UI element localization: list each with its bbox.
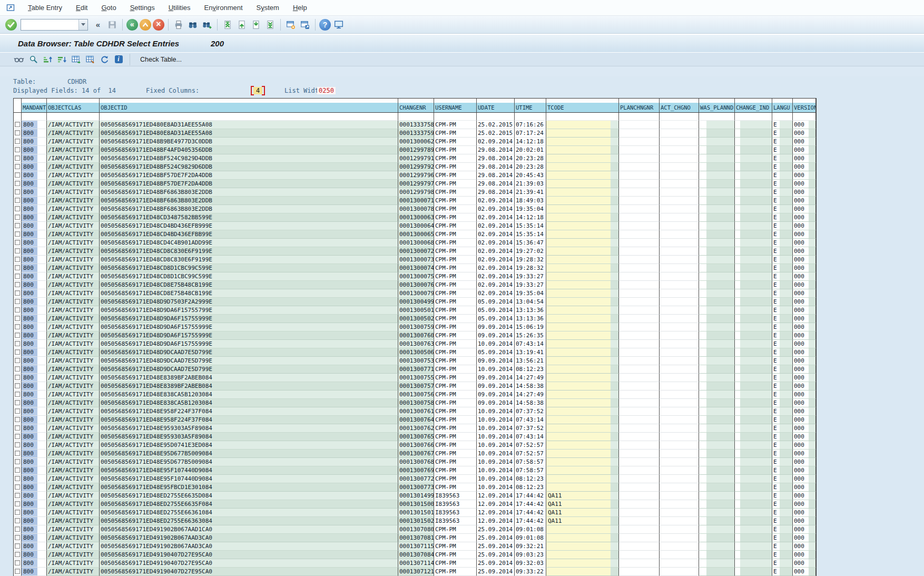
cell-udate[interactable]: 12.09.2014 [477,492,515,500]
cell-was_plannd[interactable] [699,390,735,399]
cell-tcode[interactable] [546,340,619,348]
cell-tcode[interactable] [546,121,619,129]
cell-version[interactable]: 000 [793,357,816,365]
cell-username[interactable]: CPM-PM [434,188,477,197]
cell-change_ind[interactable] [735,340,772,348]
row-checkbox[interactable] [15,349,20,355]
cell-changenr[interactable]: 0001300766 [398,441,434,450]
cell-act_chgno[interactable] [660,542,699,551]
cell-change_ind[interactable] [735,281,772,289]
cell-version[interactable]: 000 [793,475,816,483]
cell-changenr[interactable]: 0001299798 [398,188,434,197]
customize-layout-icon[interactable] [332,18,345,31]
cell-mandant[interactable]: 800 [22,129,47,138]
cell-tcode[interactable] [546,180,619,188]
cell-changenr[interactable]: 0001300762 [398,424,434,433]
row-checkbox[interactable] [15,392,20,397]
cell-username[interactable]: I839563 [434,509,477,517]
cell-version[interactable]: 000 [793,138,816,146]
cell-was_plannd[interactable] [699,416,735,424]
cell-changenr[interactable]: 0001300765 [398,433,434,441]
cell-udate[interactable]: 25.09.2014 [477,542,515,551]
cell-langu[interactable]: E [772,542,793,551]
cell-changenr[interactable]: 0001301499 [398,492,434,500]
column-header-objectid[interactable]: OBJECTID [100,103,398,113]
cell-tcode[interactable] [546,247,619,256]
cell-act_chgno[interactable] [660,348,699,357]
cell-planchngnr[interactable] [619,450,660,458]
row-checkbox[interactable] [15,434,20,439]
cell-utime[interactable]: 19:35:04 [515,205,546,213]
column-header-version[interactable]: VERSION [793,103,816,113]
cell-planchngnr[interactable] [619,239,660,247]
find-icon[interactable] [186,18,199,31]
cell-mandant[interactable]: 800 [22,230,47,239]
cell-username[interactable]: CPM-PM [434,289,477,298]
cell-langu[interactable]: E [772,121,793,129]
cell-udate[interactable]: 25.02.2015 [477,129,515,138]
cell-udate[interactable]: 25.09.2014 [477,525,515,534]
cell-change_ind[interactable] [735,315,772,323]
cell-change_ind[interactable] [735,390,772,399]
cell-act_chgno[interactable] [660,188,699,197]
cell-mandant[interactable]: 800 [22,559,47,568]
row-checkbox[interactable] [15,526,20,532]
cell-username[interactable]: CPM-PM [434,424,477,433]
cell-username[interactable]: CPM-PM [434,171,477,180]
cell-act_chgno[interactable] [660,230,699,239]
cell-udate[interactable]: 05.09.2014 [477,298,515,306]
row-checkbox[interactable] [15,451,20,456]
cell-was_plannd[interactable] [699,289,735,298]
first-page-icon[interactable] [221,18,234,31]
cell-change_ind[interactable] [735,407,772,416]
cell-udate[interactable]: 10.09.2014 [477,433,515,441]
cell-planchngnr[interactable] [619,500,660,509]
cell-langu[interactable]: E [772,171,793,180]
cell-act_chgno[interactable] [660,475,699,483]
cell-objectid[interactable]: 0050568569171ED48D9DCAAD7E5D799E [100,365,398,374]
cell-act_chgno[interactable] [660,390,699,399]
row-checkbox[interactable] [15,240,20,245]
cell-planchngnr[interactable] [619,138,660,146]
dropdown-arrow-icon[interactable] [78,19,87,30]
cell-changenr[interactable]: 0001300768 [398,458,434,466]
column-header-changenr[interactable]: CHANGENR [398,103,434,113]
cell-version[interactable]: 000 [793,315,816,323]
cell-version[interactable]: 000 [793,121,816,129]
cell-was_plannd[interactable] [699,205,735,213]
cell-langu[interactable]: E [772,348,793,357]
row-checkbox[interactable] [15,484,20,490]
cell-mandant[interactable]: 800 [22,568,47,576]
cell-username[interactable]: CPM-PM [434,315,477,323]
cell-act_chgno[interactable] [660,483,699,492]
cell-version[interactable]: 000 [793,289,816,298]
cell-objectclas[interactable]: /IAM/ACTIVITY [47,551,100,559]
cell-tcode[interactable] [546,348,619,357]
row-checkbox[interactable] [15,467,20,473]
cell-changenr[interactable]: 0001300071 [398,197,434,205]
cell-username[interactable]: CPM-PM [434,559,477,568]
cell-udate[interactable]: 09.09.2014 [477,390,515,399]
cell-username[interactable]: CPM-PM [434,466,477,475]
cell-act_chgno[interactable] [660,500,699,509]
cell-tcode[interactable] [546,559,619,568]
cell-username[interactable]: CPM-PM [434,542,477,551]
cell-username[interactable]: CPM-PM [434,348,477,357]
cell-planchngnr[interactable] [619,568,660,576]
cell-objectid[interactable]: 0050568569171ED48E8389BF2ABEB084 [100,382,398,390]
cell-username[interactable]: CPM-PM [434,272,477,281]
cell-utime[interactable]: 09:32:21 [515,542,546,551]
cell-was_plannd[interactable] [699,517,735,525]
cell-langu[interactable]: E [772,188,793,197]
row-checkbox[interactable] [15,442,20,447]
cell-mandant[interactable]: 800 [22,424,47,433]
cell-objectclas[interactable]: /IAM/ACTIVITY [47,466,100,475]
cell-planchngnr[interactable] [619,483,660,492]
cell-utime[interactable]: 09:32:03 [515,559,546,568]
cell-utime[interactable]: 07:17:24 [515,129,546,138]
cell-changenr[interactable]: 0001300064 [398,222,434,230]
help-button[interactable] [319,19,331,31]
cell-changenr[interactable]: 0001300506 [398,348,434,357]
cell-utime[interactable]: 17:44:42 [515,492,546,500]
find-icon[interactable] [28,55,38,64]
